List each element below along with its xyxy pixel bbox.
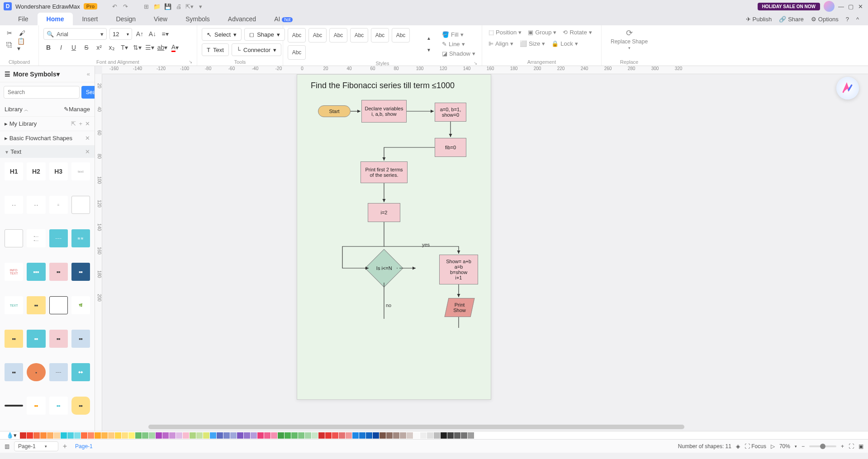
decrease-font-icon[interactable]: A↓: [147, 29, 157, 39]
color-swatch[interactable]: [305, 432, 311, 439]
share-button[interactable]: 🔗Share: [779, 16, 804, 23]
canvas[interactable]: Find the Fibonacci series till term ≤100…: [102, 74, 868, 423]
style-preset-6[interactable]: Abc: [392, 28, 410, 43]
color-swatch[interactable]: [373, 432, 379, 439]
style-preset-4[interactable]: Abc: [350, 28, 368, 43]
more-symbols-title[interactable]: More Symbols▾: [13, 71, 60, 78]
color-swatch[interactable]: [325, 432, 332, 439]
group-button[interactable]: ▣Group▾: [526, 28, 558, 37]
menu-symbols[interactable]: Symbols: [176, 13, 219, 25]
styles-expand-icon[interactable]: ↘: [474, 61, 477, 66]
font-color-icon[interactable]: A▾: [170, 43, 180, 52]
menu-design[interactable]: Design: [107, 13, 145, 25]
color-swatch[interactable]: [251, 432, 257, 439]
color-swatch[interactable]: [346, 432, 352, 439]
fill-button[interactable]: 🪣Fill ▾: [440, 30, 477, 39]
color-swatch[interactable]: [169, 432, 175, 439]
color-swatch[interactable]: [135, 432, 142, 439]
paste-icon[interactable]: 📋▾: [17, 40, 27, 50]
shape-19[interactable]: [49, 296, 68, 314]
print2-shape[interactable]: Print first 2 terms of the series.: [360, 161, 408, 183]
color-swatch[interactable]: [210, 432, 216, 439]
options-button[interactable]: ⚙Options: [811, 16, 839, 23]
color-swatch[interactable]: [88, 432, 94, 439]
color-swatch[interactable]: [108, 432, 114, 439]
color-swatch[interactable]: [413, 432, 420, 439]
rotate-button[interactable]: ⟲Rotate▾: [561, 28, 593, 37]
shape-h3[interactable]: H3: [49, 162, 68, 180]
replace-shape-button[interactable]: ⟳ Replace Shape ▾: [606, 28, 652, 50]
color-swatch[interactable]: [461, 432, 467, 439]
color-swatch[interactable]: [447, 432, 454, 439]
add-icon[interactable]: +: [79, 120, 82, 127]
shape-24[interactable]: ■■: [71, 330, 90, 348]
import-icon[interactable]: ⇱: [71, 120, 76, 127]
basic-flowchart-item[interactable]: ▸ Basic Flowchart Shapes: [5, 135, 72, 142]
menu-file[interactable]: File: [9, 13, 38, 25]
shape-13[interactable]: INFOTEXT: [5, 263, 23, 281]
fullscreen-icon[interactable]: ▣: [859, 443, 863, 450]
shape-23[interactable]: ■■: [49, 330, 68, 348]
undo-icon[interactable]: ↶: [111, 3, 118, 10]
color-swatch[interactable]: [223, 432, 230, 439]
font-select[interactable]: 🔍Arial▾: [43, 28, 107, 40]
zoom-out-button[interactable]: −: [802, 443, 805, 450]
symbol-search-input[interactable]: [4, 86, 80, 99]
shape-26[interactable]: ●: [27, 363, 45, 381]
shape-7[interactable]: ≡: [49, 196, 68, 214]
color-swatch[interactable]: [101, 432, 108, 439]
format-painter-icon[interactable]: 🖌: [17, 28, 27, 38]
highlight-icon[interactable]: ab▾: [157, 43, 167, 52]
shape-12[interactable]: ≋≋: [71, 229, 90, 247]
eyedropper-icon[interactable]: 💧▾: [3, 432, 17, 439]
close-basic-icon[interactable]: ✕: [85, 135, 90, 142]
color-swatch[interactable]: [257, 432, 264, 439]
color-swatch[interactable]: [339, 432, 345, 439]
shape-29[interactable]: [5, 405, 23, 407]
menu-home[interactable]: Home: [38, 13, 73, 25]
color-swatch[interactable]: [183, 432, 189, 439]
shape-6[interactable]: • •: [27, 196, 45, 214]
align-button[interactable]: ⊫Align▾: [487, 39, 515, 48]
color-swatch[interactable]: [61, 432, 67, 439]
library-dropdown[interactable]: Library ︿: [5, 106, 28, 113]
user-avatar[interactable]: [824, 1, 835, 12]
line-button[interactable]: ✎Line ▾: [440, 40, 477, 48]
my-library-item[interactable]: ▸ My Library: [5, 120, 37, 127]
publish-button[interactable]: ✈Publish: [746, 16, 772, 23]
font-expand-icon[interactable]: ↘: [189, 59, 192, 64]
color-swatch[interactable]: [20, 432, 26, 439]
color-swatch[interactable]: [128, 432, 135, 439]
init-shape[interactable]: a=0, b=1, show=0: [435, 103, 466, 122]
color-swatch[interactable]: [156, 432, 162, 439]
menu-insert[interactable]: Insert: [73, 13, 107, 25]
color-swatch[interactable]: [27, 432, 33, 439]
shape-28[interactable]: ◆◆: [71, 363, 90, 381]
shape-30[interactable]: ■■: [27, 397, 45, 415]
play-icon[interactable]: ▷: [771, 443, 775, 450]
color-swatch[interactable]: [278, 432, 284, 439]
size-button[interactable]: ⬜Size▾: [518, 39, 547, 48]
zoom-in-button[interactable]: +: [841, 443, 844, 450]
color-swatch[interactable]: [427, 432, 433, 439]
declare-shape[interactable]: Declare variables i, a,b, show: [361, 100, 407, 123]
shape-17[interactable]: TEXT: [5, 296, 23, 314]
connector-tool[interactable]: └Connector ▾: [232, 43, 281, 56]
collapse-panel-icon[interactable]: «: [87, 71, 90, 77]
shape-21[interactable]: ■■: [5, 330, 23, 348]
fit-page-icon[interactable]: ⛶: [849, 443, 854, 450]
close-text-icon[interactable]: ✕: [85, 148, 90, 155]
color-swatch[interactable]: [407, 432, 413, 439]
style-preset-3[interactable]: Abc: [329, 28, 347, 43]
export-icon[interactable]: ⇱▾: [186, 3, 193, 10]
zoom-value[interactable]: 70%: [779, 443, 790, 450]
select-tool[interactable]: ↖Select ▾: [202, 28, 242, 41]
menu-ai[interactable]: AIhot: [265, 13, 302, 25]
page-tab[interactable]: Page-1: [71, 443, 96, 450]
symbol-search-button[interactable]: Search: [81, 86, 95, 99]
color-swatch[interactable]: [291, 432, 298, 439]
menu-view[interactable]: View: [145, 13, 176, 25]
holiday-banner[interactable]: HOLIDAY SALE ON NOW: [758, 3, 820, 10]
shape-h1[interactable]: H1: [5, 162, 23, 180]
superscript-icon[interactable]: x²: [94, 43, 104, 52]
